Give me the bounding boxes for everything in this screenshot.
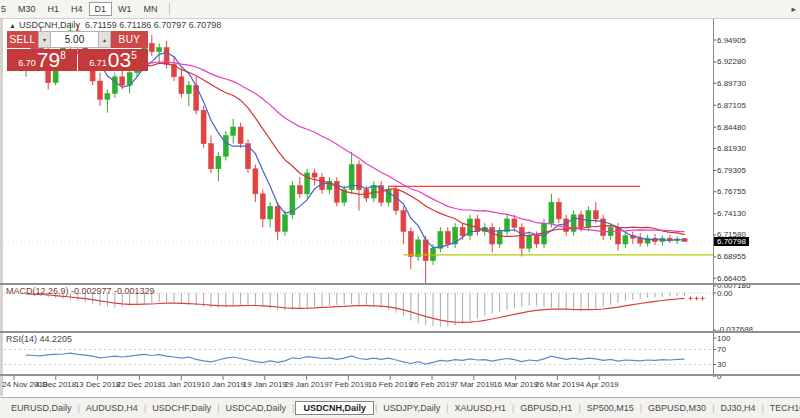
plot-right-border: [713, 19, 714, 376]
candle-down: [556, 202, 561, 219]
macd-signal-line: [26, 294, 685, 322]
chart-tab-xauusd-h1[interactable]: XAUUSD,H1: [450, 401, 512, 415]
candle-down: [512, 219, 517, 227]
timeframe-toolbar: 5M30H1H4D1W1MN: [0, 0, 800, 19]
volume-decrement-button[interactable]: ▾: [38, 31, 51, 48]
volume-increment-button[interactable]: ▴: [98, 31, 111, 48]
candle-down: [201, 110, 206, 143]
candle-up: [105, 94, 110, 100]
candle-down: [209, 144, 214, 169]
candle-down: [260, 194, 265, 219]
trade-prices-row: 6.70 79 8 6.71 03 5: [7, 49, 148, 71]
date-axis-label: 10 Jan 2019: [201, 380, 245, 389]
date-axis-label: 4 Apr 2019: [580, 380, 619, 389]
tab-separator: |: [761, 403, 763, 413]
sell-price-button[interactable]: 6.70 79 8: [7, 49, 77, 71]
volume-input[interactable]: 5.00: [51, 31, 98, 48]
macd-projection-cross: [689, 296, 693, 300]
price-axis-label: 6.92280: [717, 57, 746, 66]
timeframe-button-m30[interactable]: M30: [12, 2, 42, 16]
candle-down: [460, 227, 465, 235]
candle-down: [238, 127, 243, 144]
price-axis-label: 6.84480: [717, 123, 746, 132]
candle-up: [438, 231, 443, 248]
timeframe-button-w1[interactable]: W1: [112, 2, 138, 16]
sell-button[interactable]: SELL: [7, 31, 38, 48]
buy-price-pip-digit: 5: [131, 50, 137, 61]
panel-divider[interactable]: [0, 283, 800, 285]
buy-price-big-digits: 03: [108, 51, 131, 69]
chart-tab-gbpusd-h1[interactable]: GBPUSD,H1: [515, 401, 577, 415]
chart-tab-eurusd-daily[interactable]: EURUSD,Daily: [6, 401, 77, 415]
candle-up: [497, 231, 502, 244]
date-axis-label: 16 Mar 2019: [493, 380, 538, 389]
candle-down: [593, 211, 598, 219]
candle-down: [616, 227, 621, 244]
date-axis-label: 26 Feb 2019: [410, 380, 455, 389]
candle-down: [253, 169, 258, 194]
chart-tab-gbpusd-m30[interactable]: GBPUSD,M30: [643, 401, 711, 415]
chart-tabs-bar: EURUSD,Daily|AUDUSD,H4|USDCHF,Daily|USDC…: [0, 397, 800, 418]
date-axis-label: 19 Jan 2019: [243, 380, 287, 389]
trade-controls-row: SELL ▾ 5.00 ▴ BUY: [7, 31, 148, 48]
tab-separator: |: [78, 403, 80, 413]
timeframe-button-h1[interactable]: H1: [42, 2, 66, 16]
tab-separator: |: [512, 403, 514, 413]
date-axis-label: 4 Dec 2018: [35, 380, 76, 389]
chart-tab-tech100-h1[interactable]: TECH100,H1: [765, 401, 800, 415]
candle-up: [157, 48, 162, 52]
rsi-axis-label: 30: [717, 360, 726, 369]
candle-up: [112, 77, 117, 94]
chart-title: ▲USDCNH,Daily 6.71159 6.71186 6.70797 6.…: [9, 20, 221, 30]
panel-divider[interactable]: [0, 331, 800, 333]
candle-up: [623, 236, 628, 244]
rsi-indicator-label: RSI(14) 44.2205: [6, 334, 72, 344]
buy-button[interactable]: BUY: [111, 31, 148, 48]
date-axis-label: 16 Feb 2019: [368, 380, 413, 389]
chart-tab-usdjpy-daily[interactable]: USDJPY,Daily: [378, 401, 445, 415]
candle-down: [490, 227, 495, 244]
chart-tab-usdchf-daily[interactable]: USDCHF,Daily: [147, 401, 216, 415]
date-axis-label: 26 Mar 2019: [535, 380, 580, 389]
panel-divider[interactable]: [0, 374, 800, 376]
date-axis-label: 13 Dec 2018: [75, 380, 120, 389]
candle-down: [519, 227, 524, 248]
macd-indicator-label: MACD(12,26,9) -0.002977 -0.001329: [6, 286, 155, 296]
candle-up: [549, 202, 554, 223]
timeframe-button-5[interactable]: 5: [0, 2, 12, 16]
candle-down: [149, 43, 154, 51]
moving-average-line: [26, 48, 685, 237]
chart-collapse-icon[interactable]: ▲: [9, 22, 16, 29]
date-axis-label: 29 Jan 2019: [285, 380, 329, 389]
chart-tab-usdcnh-daily[interactable]: USDCNH,Daily: [295, 401, 374, 415]
chart-tab-usdcad-daily[interactable]: USDCAD,Daily: [221, 401, 292, 415]
macd-projection-cross: [695, 296, 699, 300]
candle-up: [571, 215, 576, 232]
candle-down: [179, 77, 184, 94]
tabs-scroll-right-icon[interactable]: ▸: [791, 4, 796, 14]
chart-tab-sp500-m15[interactable]: SP500,M15: [582, 401, 639, 415]
buy-price-prefix: 6.71: [89, 58, 107, 68]
price-axis-label: 6.89730: [717, 79, 746, 88]
rsi-axis-label: 70: [717, 345, 726, 354]
timeframe-button-h4[interactable]: H4: [65, 2, 89, 16]
candle-down: [534, 236, 539, 244]
macd-projection-cross: [701, 296, 705, 300]
chart-tab-dj30-h4[interactable]: DJ30,H4: [715, 401, 760, 415]
tab-separator: |: [446, 403, 448, 413]
timeframe-button-d1[interactable]: D1: [89, 2, 113, 16]
moving-average-line: [26, 48, 685, 232]
candle-down: [423, 240, 428, 261]
rsi-axis-label: 100: [717, 334, 730, 343]
candle-down: [475, 219, 480, 232]
timeframe-button-mn[interactable]: MN: [138, 2, 164, 16]
candle-down: [408, 231, 413, 256]
buy-price-button[interactable]: 6.71 03 5: [78, 49, 148, 71]
chart-tab-audusd-h4[interactable]: AUDUSD,H4: [81, 401, 143, 415]
tab-separator: |: [712, 403, 714, 413]
price-axis-label: 6.68955: [717, 252, 746, 261]
candle-down: [445, 231, 450, 244]
sell-price-pip-digit: 8: [60, 50, 66, 61]
macd-axis-label: 0.00: [717, 289, 733, 298]
chart-symbol-label: USDCNH,Daily: [19, 20, 80, 30]
